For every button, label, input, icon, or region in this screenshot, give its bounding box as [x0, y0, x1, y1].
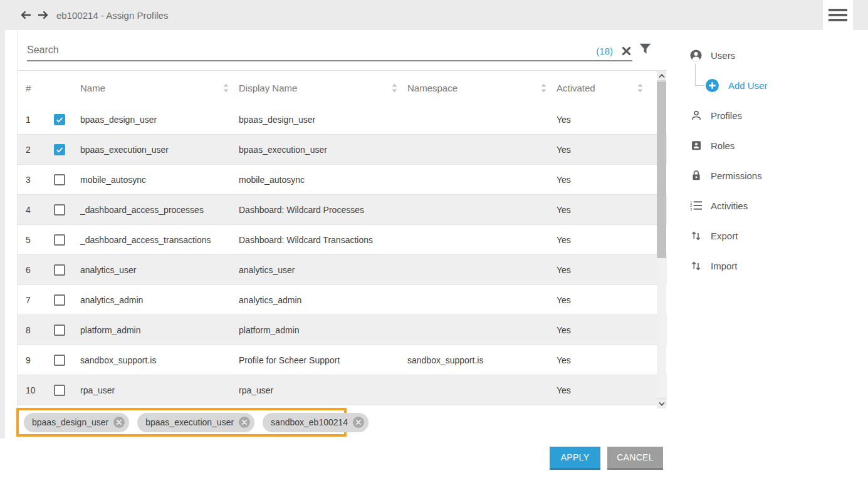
search-input[interactable]: Search (18) [27, 36, 632, 61]
row-checkbox[interactable] [54, 174, 65, 185]
row-checkbox[interactable] [54, 325, 65, 336]
column-header-label: Namespace [407, 83, 458, 93]
forward-arrow-icon[interactable] [38, 10, 49, 20]
hamburger-icon [829, 9, 847, 21]
table-row[interactable]: 4 _dashboard_access_processes Dashboard:… [18, 195, 667, 225]
cell-activated: Yes [557, 295, 667, 305]
sidebar-item-label: Users [711, 50, 735, 61]
sort-icon[interactable] [223, 83, 229, 93]
cell-name: mobile_autosync [80, 175, 239, 185]
import-export-icon [689, 259, 703, 273]
row-checkbox[interactable] [54, 114, 65, 125]
row-checkbox[interactable] [54, 385, 65, 396]
chip-remove-icon[interactable] [239, 417, 250, 428]
search-placeholder: Search [27, 44, 59, 56]
row-checkbox[interactable] [54, 355, 65, 366]
column-header-label: Name [80, 83, 105, 93]
sidebar-item-add-user[interactable]: Add User [706, 78, 852, 93]
table-row[interactable]: 3 mobile_autosync mobile_autosync Yes [18, 165, 667, 195]
badge-icon [689, 139, 703, 152]
scroll-down-button[interactable] [657, 398, 666, 408]
sidebar-item-export[interactable]: Export [689, 228, 852, 243]
column-header-label: Activated [557, 83, 595, 93]
row-checkbox[interactable] [54, 204, 65, 216]
cell-display-name: rpa_user [239, 385, 407, 395]
sidebar-item-roles[interactable]: Roles [689, 138, 852, 153]
table-row[interactable]: 1 bpaas_design_user bpaas_design_user Ye… [18, 105, 667, 135]
chip-remove-icon[interactable] [113, 417, 125, 428]
cell-activated: Yes [557, 265, 667, 275]
table-row[interactable]: 9 sandbox_support.is Profile for Scheer … [18, 345, 667, 375]
table-row[interactable]: 8 platform_admin platform_admin Yes [18, 315, 667, 345]
selected-profile-chip: bpaas_execution_user [137, 413, 254, 432]
svg-text:3: 3 [690, 207, 693, 211]
assign-profiles-screen: eb100214 - Assign Profiles Search (18) #… [0, 0, 868, 478]
table-scrollbar[interactable] [657, 71, 666, 408]
sidebar-item-label: Profiles [711, 110, 742, 121]
row-number: 5 [18, 235, 54, 245]
sidebar-item-label: Add User [728, 80, 768, 91]
sort-icon[interactable] [392, 83, 397, 93]
sidebar-item-label: Import [711, 261, 738, 271]
table-row[interactable]: 6 analytics_user analytics_user Yes [18, 255, 667, 285]
sort-icon[interactable] [637, 83, 643, 93]
tree-connector-horizontal [695, 85, 704, 86]
cell-name: analytics_user [80, 265, 239, 275]
row-number: 8 [18, 325, 54, 335]
cell-name: _dashboard_access_transactions [80, 235, 239, 245]
column-header[interactable]: Name [80, 71, 239, 105]
row-number: 10 [18, 385, 54, 395]
back-arrow-icon[interactable] [20, 10, 31, 20]
row-checkbox[interactable] [54, 144, 65, 155]
sidebar-item-activities[interactable]: 123 Activities [689, 198, 852, 213]
table-row[interactable]: 5 _dashboard_access_transactions Dashboa… [18, 225, 667, 255]
cell-name: platform_admin [80, 325, 239, 335]
add-circle-icon [706, 79, 719, 92]
cell-activated: Yes [557, 205, 667, 215]
chip-remove-icon[interactable] [353, 417, 364, 428]
cell-name: _dashboard_access_processes [80, 205, 239, 215]
sidebar-item-label: Roles [711, 140, 735, 151]
tree-connector-vertical [695, 64, 696, 85]
row-number: 1 [18, 115, 54, 125]
row-checkbox[interactable] [54, 294, 65, 306]
sidebar-item-users[interactable]: Users [689, 48, 852, 63]
scroll-up-button[interactable] [657, 71, 666, 81]
table-row[interactable]: 2 bpaas_execution_user bpaas_execution_u… [18, 135, 667, 165]
cell-activated: Yes [557, 355, 667, 365]
row-number: 3 [18, 175, 54, 185]
sidebar-item-permissions[interactable]: Permissions [689, 168, 852, 183]
table-row[interactable]: 7 analytics_admin analytics_admin Yes [18, 285, 667, 315]
profiles-table: #NameDisplay NameNamespaceActivated 1 bp… [18, 70, 667, 405]
cell-display-name: mobile_autosync [239, 175, 407, 185]
cancel-button[interactable]: CANCEL [607, 447, 663, 470]
clear-search-icon[interactable] [622, 46, 631, 56]
selected-profiles-highlight-box: bpaas_design_user bpaas_execution_user s… [16, 408, 347, 437]
menu-button[interactable] [823, 0, 853, 30]
column-header[interactable]: Activated [557, 71, 649, 105]
apply-button[interactable]: APPLY [550, 447, 600, 470]
sidebar-item-import[interactable]: Import [689, 258, 852, 273]
cell-display-name: analytics_user [239, 265, 407, 275]
result-count: (18) [596, 46, 613, 56]
sidebar-item-profiles[interactable]: Profiles [689, 108, 852, 123]
column-header[interactable]: Display Name [239, 71, 407, 105]
scrollbar-thumb[interactable] [657, 81, 666, 258]
cell-activated: Yes [557, 325, 667, 335]
column-header-label: Display Name [239, 83, 297, 93]
cell-activated: Yes [557, 175, 667, 185]
table-header-row: #NameDisplay NameNamespaceActivated [18, 71, 667, 105]
left-edge-strip [0, 30, 5, 439]
row-checkbox[interactable] [54, 234, 65, 246]
cell-name: bpaas_design_user [80, 115, 239, 125]
lock-icon [689, 169, 703, 182]
cell-namespace: sandbox_support.is [407, 355, 557, 365]
cell-display-name: Profile for Scheer Support [239, 355, 407, 365]
row-number: 2 [18, 145, 54, 155]
sort-icon[interactable] [541, 83, 546, 93]
chip-label: bpaas_design_user [32, 417, 108, 427]
filter-icon[interactable] [639, 43, 651, 55]
row-checkbox[interactable] [54, 264, 65, 276]
column-header[interactable]: Namespace [407, 71, 557, 105]
table-row[interactable]: 10 rpa_user rpa_user Yes [18, 375, 667, 405]
